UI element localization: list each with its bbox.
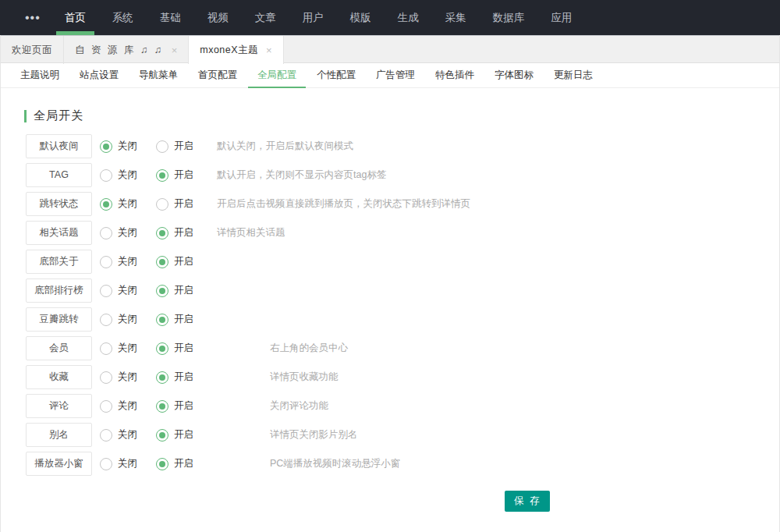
save-button[interactable]: 保 存 xyxy=(505,491,550,512)
radio-off-label: 关闭 xyxy=(118,313,137,326)
radio-group: 关闭 开启 xyxy=(100,399,212,413)
navbar-item[interactable]: 基础 xyxy=(151,0,190,35)
setting-row: 底部排行榜 关闭 开启 xyxy=(26,278,779,303)
setting-label: 跳转状态 xyxy=(26,192,92,216)
navbar-item[interactable]: 用户 xyxy=(294,0,332,35)
radio-group: 关闭 开启 xyxy=(100,255,212,268)
radio-off[interactable]: 关闭 xyxy=(100,313,137,326)
navbar-item-label: 基础 xyxy=(160,12,181,23)
radio-group: 关闭 开启 xyxy=(100,140,212,153)
radio-group: 关闭 开启 xyxy=(100,226,212,239)
radio-off[interactable]: 关闭 xyxy=(100,168,137,182)
radio-on[interactable]: 开启 xyxy=(156,255,193,268)
navbar-item-label: 生成 xyxy=(398,12,419,23)
navbar-item[interactable]: 数据库 xyxy=(484,0,534,35)
radio-on-label: 开启 xyxy=(174,284,193,297)
setting-label: 默认夜间 xyxy=(26,134,92,158)
navbar-item-label: 数据库 xyxy=(493,12,525,23)
setting-label: 相关话题 xyxy=(26,221,92,245)
navbar-item[interactable]: 系统 xyxy=(104,0,142,35)
radio-on-label: 开启 xyxy=(174,342,193,355)
setting-label: 会员 xyxy=(26,336,92,360)
window-tab[interactable]: 欢迎页面 xyxy=(1,36,64,64)
radio-on[interactable]: 开启 xyxy=(156,428,193,442)
radio-on[interactable]: 开启 xyxy=(156,226,193,239)
radio-on[interactable]: 开启 xyxy=(156,371,193,384)
save-area: 保 存 xyxy=(505,491,779,512)
navbar-item[interactable]: 模版 xyxy=(342,0,380,35)
navbar-item-label: 用户 xyxy=(303,12,324,23)
radio-off[interactable]: 关闭 xyxy=(100,342,137,355)
radio-off-label: 关闭 xyxy=(118,428,137,442)
radio-on[interactable]: 开启 xyxy=(156,284,193,297)
navbar-items: 首页 系统 基础 视频 文章 用户 模版 生成 采集 数据库 应用 xyxy=(51,0,586,35)
radio-off[interactable]: 关闭 xyxy=(100,457,137,470)
setting-row: 豆瓣跳转 关闭 开启 xyxy=(26,307,779,332)
config-tab[interactable]: 更新日志 xyxy=(544,63,602,88)
setting-label: 豆瓣跳转 xyxy=(26,307,92,332)
config-tab[interactable]: 主题说明 xyxy=(11,63,69,88)
radio-on[interactable]: 开启 xyxy=(156,313,193,326)
radio-off-label: 关闭 xyxy=(118,140,137,153)
config-tab[interactable]: 首页配置 xyxy=(189,63,246,88)
radio-on[interactable]: 开启 xyxy=(156,168,193,182)
radio-on-label: 开启 xyxy=(174,428,193,442)
config-tab[interactable]: 全局配置 xyxy=(248,63,306,88)
close-icon[interactable]: × xyxy=(172,45,178,55)
radio-on-label: 开启 xyxy=(174,255,193,268)
config-tab[interactable]: 广告管理 xyxy=(367,63,424,88)
radio-on[interactable]: 开启 xyxy=(156,140,193,153)
radio-button-icon xyxy=(100,429,112,442)
setting-row: 默认夜间 关闭 开启 默认关闭，开启后默认夜间模式 xyxy=(26,134,779,158)
config-tab[interactable]: 个性配置 xyxy=(307,63,365,88)
radio-button-icon xyxy=(156,458,168,470)
radio-off[interactable]: 关闭 xyxy=(100,284,137,297)
navbar-item[interactable]: 文章 xyxy=(246,0,285,35)
radio-off[interactable]: 关闭 xyxy=(100,399,137,413)
section-accent-bar xyxy=(24,110,27,122)
close-icon[interactable]: × xyxy=(266,45,272,55)
radio-off[interactable]: 关闭 xyxy=(100,428,137,442)
radio-group: 关闭 开启 xyxy=(100,371,212,384)
navbar-item[interactable]: 视频 xyxy=(199,0,237,35)
navbar-item[interactable]: 采集 xyxy=(437,0,475,35)
radio-off[interactable]: 关闭 xyxy=(100,140,137,153)
section-title: 全局开关 xyxy=(24,108,779,123)
radio-on[interactable]: 开启 xyxy=(156,457,193,470)
config-tab[interactable]: 特色插件 xyxy=(426,63,484,88)
radio-button-icon xyxy=(100,256,112,268)
radio-on[interactable]: 开启 xyxy=(156,399,193,413)
radio-button-icon xyxy=(156,314,168,326)
setting-row: 底部关于 关闭 开启 xyxy=(26,250,779,274)
more-menu-icon[interactable]: ••• xyxy=(14,0,51,35)
radio-on-label: 开启 xyxy=(174,168,193,182)
config-tab[interactable]: 字体图标 xyxy=(485,63,543,88)
radio-group: 关闭 开启 xyxy=(100,457,212,470)
navbar-item[interactable]: 首页 xyxy=(56,0,94,35)
navbar-item[interactable]: 应用 xyxy=(542,0,580,35)
radio-off[interactable]: 关闭 xyxy=(100,371,137,384)
radio-off[interactable]: 关闭 xyxy=(100,197,137,211)
radio-button-icon xyxy=(156,227,168,239)
radio-on-label: 开启 xyxy=(174,371,193,384)
setting-label: 收藏 xyxy=(26,365,92,389)
radio-on[interactable]: 开启 xyxy=(156,197,193,211)
navbar-item-label: 首页 xyxy=(65,12,86,23)
radio-button-icon xyxy=(156,371,168,384)
radio-off[interactable]: 关闭 xyxy=(100,226,137,239)
radio-group: 关闭 开启 xyxy=(100,284,212,297)
radio-button-icon xyxy=(100,458,112,470)
radio-off-label: 关闭 xyxy=(118,197,137,211)
radio-on-label: 开启 xyxy=(174,399,193,413)
radio-on[interactable]: 开启 xyxy=(156,342,193,355)
config-tab[interactable]: 站点设置 xyxy=(70,63,128,88)
window-tab[interactable]: mxoneX主题 × xyxy=(189,36,282,64)
navbar-item[interactable]: 生成 xyxy=(389,0,427,35)
config-tab[interactable]: 导航菜单 xyxy=(129,63,187,88)
navbar-item-label: 模版 xyxy=(350,12,371,23)
radio-group: 关闭 开启 xyxy=(100,168,212,182)
radio-off[interactable]: 关闭 xyxy=(100,255,137,268)
radio-off-label: 关闭 xyxy=(118,342,137,355)
radio-button-icon xyxy=(156,169,168,182)
window-tab[interactable]: 自 资 源 库 ♫ ♫ × xyxy=(64,36,189,64)
